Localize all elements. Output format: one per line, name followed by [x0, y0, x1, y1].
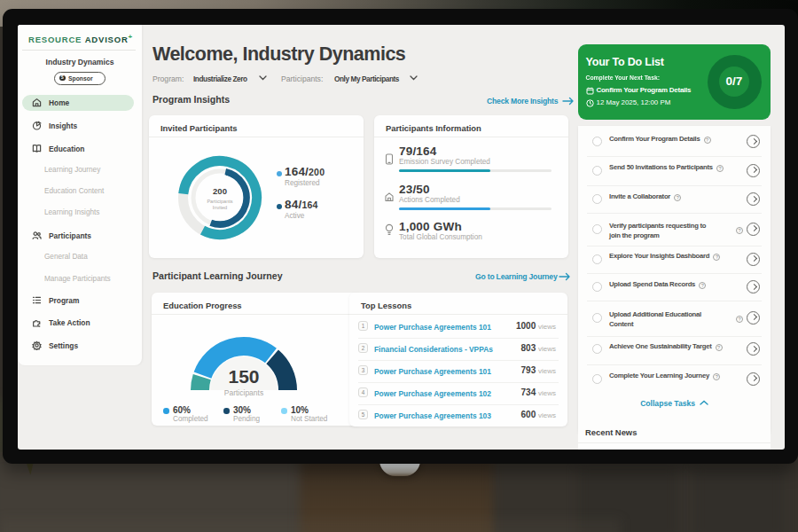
svg-text:Participants: Participants	[224, 388, 263, 397]
svg-text:Invited: Invited	[213, 205, 227, 210]
svg-text:Participants: Participants	[207, 199, 232, 204]
svg-text:200: 200	[213, 186, 227, 196]
svg-text:150: 150	[228, 366, 259, 387]
